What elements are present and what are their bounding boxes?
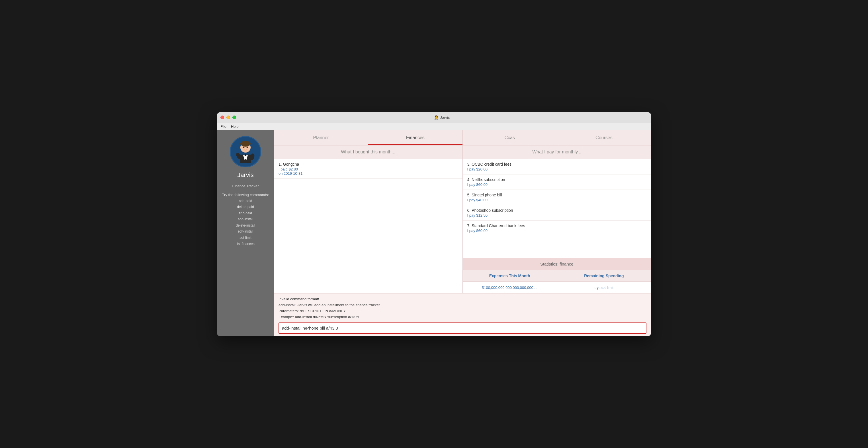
main-content: Jarvis Finance Tracker Try the following…	[217, 130, 651, 336]
item-sub: I pay $40.00	[467, 198, 647, 202]
item-sub: I pay $60.00	[467, 229, 647, 233]
right-col-header: What I pay for monthly...	[463, 146, 651, 159]
command-input[interactable]	[279, 322, 646, 334]
stats-values-row: $100,000,000,000,000,000,000,... try: se…	[463, 282, 651, 293]
item-title: 1. Gongcha	[279, 162, 458, 166]
cmd-add-install: add-install	[236, 216, 255, 223]
list-item: 4. Netflix subscription I pay $60.00	[463, 174, 651, 190]
item-sub: I pay $20.00	[467, 167, 647, 171]
item-sub1: I paid $2.80	[279, 167, 458, 171]
list-item: 6. Photoshop subscription I pay $12.50	[463, 205, 651, 221]
item-sub: I pay $60.00	[467, 183, 647, 187]
stats-header: Statistics: finance	[463, 258, 651, 270]
maximize-button[interactable]	[232, 116, 236, 119]
stats-value-remaining: try: set-limit	[557, 282, 651, 293]
stats-label-expenses: Expenses This Month	[463, 270, 557, 282]
stats-label-remaining: Remaining Spending	[557, 270, 651, 282]
tab-bar: Planner Finances Ccas Courses	[274, 130, 651, 146]
cmd-set-limit: set-limit	[236, 235, 255, 241]
tab-courses[interactable]: Courses	[557, 130, 651, 145]
stats-section: Statistics: finance Expenses This Month …	[463, 258, 651, 293]
svg-point-1	[240, 141, 251, 147]
sidebar-try-label: Try the following commands:	[222, 193, 269, 197]
sidebar-app-name: Jarvis	[237, 171, 253, 179]
tab-finances[interactable]: Finances	[368, 130, 463, 145]
avatar	[230, 136, 261, 167]
item-title: 3. OCBC credit card fees	[467, 162, 647, 166]
list-item: 5. Singtel phone bill I pay $40.00	[463, 190, 651, 205]
item-sub: I pay $12.50	[467, 213, 647, 218]
window-title: 🤵 Jarvis	[236, 115, 648, 120]
sidebar-commands: add-paid delete-paid find-paid add-insta…	[236, 198, 255, 247]
right-column: What I pay for monthly... 3. OCBC credit…	[463, 146, 651, 293]
sidebar: Jarvis Finance Tracker Try the following…	[217, 130, 274, 336]
svg-point-8	[247, 146, 248, 148]
item-title: 6. Photoshop subscription	[467, 208, 647, 213]
avatar-image	[234, 140, 257, 163]
stats-value-expenses: $100,000,000,000,000,000,000,...	[463, 282, 557, 293]
error-line-3: Parameters: d/DESCRIPTION a/MONEY	[279, 308, 646, 314]
svg-point-7	[243, 146, 245, 148]
title-bar: 🤵 Jarvis	[217, 112, 651, 123]
cmd-delete-paid: delete-paid	[236, 204, 255, 210]
bottom-panel: Invalid command format! add-install: Jar…	[274, 293, 651, 336]
item-title: 5. Singtel phone bill	[467, 193, 647, 197]
error-line-4: Example: add-install d/Netflix subscript…	[279, 314, 646, 320]
list-item: 7. Standard Chartered bank fees I pay $6…	[463, 221, 651, 236]
left-col-header: What I bought this month...	[274, 146, 463, 159]
cmd-find-paid: find-paid	[236, 210, 255, 217]
jarvis-icon: 🤵	[434, 115, 439, 120]
stats-labels-row: Expenses This Month Remaining Spending	[463, 270, 651, 282]
tab-ccas[interactable]: Ccas	[463, 130, 557, 145]
menu-file[interactable]: File	[220, 124, 226, 129]
menu-help[interactable]: Help	[231, 124, 239, 129]
content-area: What I bought this month... 1. Gongcha I…	[274, 146, 651, 336]
list-item: 1. Gongcha I paid $2.80 on 2019-10-31	[274, 159, 463, 179]
cmd-delete-install: delete-install	[236, 223, 255, 229]
close-button[interactable]	[220, 116, 224, 119]
minimize-button[interactable]	[226, 116, 230, 119]
item-title: 4. Netflix subscription	[467, 177, 647, 182]
left-column: What I bought this month... 1. Gongcha I…	[274, 146, 463, 293]
error-messages: Invalid command format! add-install: Jar…	[279, 296, 646, 320]
columns: What I bought this month... 1. Gongcha I…	[274, 146, 651, 293]
right-panel: Planner Finances Ccas Courses What I bou…	[274, 130, 651, 336]
cmd-list-finances: list-finances	[236, 241, 255, 247]
cmd-edit-install: edit-install	[236, 229, 255, 235]
app-window: 🤵 Jarvis File Help	[217, 112, 651, 336]
sidebar-section-label: Finance Tracker	[232, 184, 258, 188]
traffic-lights	[220, 116, 236, 119]
cmd-add-paid: add-paid	[236, 198, 255, 204]
menubar: File Help	[217, 123, 651, 130]
list-item: 3. OCBC credit card fees I pay $20.00	[463, 159, 651, 174]
error-line-2: add-install: Jarvis will add an installm…	[279, 302, 646, 308]
item-title: 7. Standard Chartered bank fees	[467, 223, 647, 228]
item-sub2: on 2019-10-31	[279, 171, 458, 175]
error-line-1: Invalid command format!	[279, 296, 646, 302]
tab-planner[interactable]: Planner	[274, 130, 368, 145]
right-list[interactable]: 3. OCBC credit card fees I pay $20.00 4.…	[463, 159, 651, 258]
left-list[interactable]: 1. Gongcha I paid $2.80 on 2019-10-31	[274, 159, 463, 293]
